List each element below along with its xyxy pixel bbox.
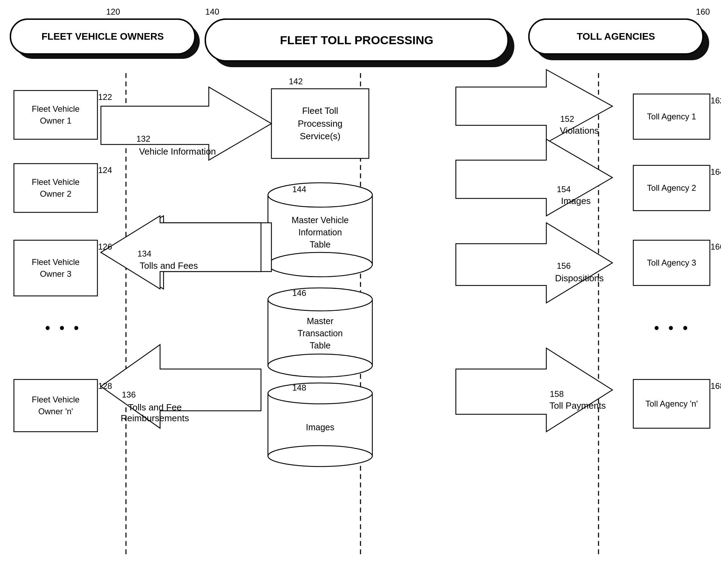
vehicle-info-label: Vehicle Information: [136, 146, 219, 157]
ref-160: 160: [696, 7, 710, 17]
ref-166: 166: [711, 242, 721, 252]
ref-124: 124: [98, 165, 112, 175]
pill-fleet-toll-processing: FLEET TOLL PROCESSING: [205, 19, 508, 61]
ref-142: 142: [289, 77, 303, 86]
ref-148: 148: [292, 383, 306, 393]
ref-158: 158: [550, 389, 564, 399]
dispositions-label: Dispositions: [541, 273, 618, 284]
ref-156: 156: [557, 261, 571, 271]
fleet-toll-processing-service-label: Fleet TollProcessingService(s): [271, 89, 369, 158]
ref-126: 126: [98, 242, 112, 252]
ref-120: 120: [106, 7, 120, 17]
svg-marker-40: [456, 348, 612, 432]
toll-agencies-dots: • • •: [654, 320, 690, 336]
fleet-owner-2-label: Fleet VehicleOwner 2: [14, 164, 97, 212]
ref-140: 140: [205, 7, 219, 17]
toll-payments-label: Toll Payments: [536, 400, 619, 411]
ref-152: 152: [560, 114, 574, 124]
ref-132: 132: [136, 134, 150, 144]
toll-agency-n-label: Toll Agency 'n': [633, 379, 710, 428]
toll-agency-1-label: Toll Agency 1: [633, 94, 710, 139]
pill-toll-agencies: TOLL AGENCIES: [529, 19, 703, 54]
toll-agency-2-label: Toll Agency 2: [633, 165, 710, 211]
tolls-reimb-label: Tolls and FeeReimbursements: [108, 402, 202, 424]
fleet-owner-n-label: Fleet VehicleOwner 'n': [14, 379, 97, 432]
svg-marker-39: [456, 223, 612, 303]
ref-162: 162: [711, 96, 721, 105]
fleet-owners-dots: • • •: [45, 320, 81, 336]
mtt-label: MasterTransactionTable: [268, 305, 372, 362]
ref-136: 136: [122, 390, 136, 400]
svg-marker-35: [101, 216, 261, 289]
images-right-label: Images: [550, 196, 602, 206]
mvit-label: Master VehicleInformationTable: [268, 202, 372, 263]
ref-128: 128: [98, 381, 112, 391]
ref-154: 154: [557, 185, 571, 194]
toll-agency-3-label: Toll Agency 3: [633, 240, 710, 285]
ref-164: 164: [711, 167, 721, 177]
ref-168: 168: [711, 381, 721, 391]
diagram: 120 140 160 FLEET VEHICLE OWNERS FLEET T…: [0, 0, 721, 588]
svg-marker-34: [101, 216, 271, 289]
ref-122: 122: [98, 92, 112, 102]
violations-label: Violations: [543, 125, 616, 136]
ref-134: 134: [137, 249, 151, 259]
ref-144: 144: [292, 185, 306, 194]
tolls-fees-label: Tolls and Fees: [130, 260, 207, 271]
ref-146: 146: [292, 288, 306, 298]
fleet-owner-1-label: Fleet VehicleOwner 1: [14, 91, 97, 139]
images-center-label: Images: [268, 400, 372, 454]
pill-fleet-vehicle-owners: FLEET VEHICLE OWNERS: [10, 19, 195, 54]
fleet-owner-3-label: Fleet VehicleOwner 3: [14, 240, 97, 296]
